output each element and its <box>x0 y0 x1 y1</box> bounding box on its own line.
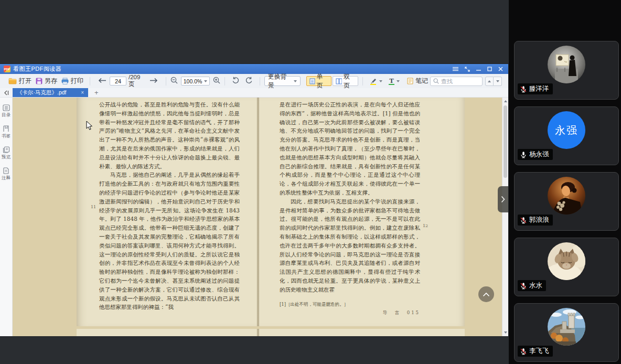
page-number-input[interactable] <box>110 77 126 85</box>
avatar <box>548 46 585 83</box>
zoom-in-button[interactable] <box>213 77 220 85</box>
mic-muted-icon <box>520 348 527 355</box>
participant-name-chip: 水水 <box>518 280 546 291</box>
next-page-left-edge <box>77 329 258 336</box>
collapse-sidebar-button[interactable] <box>0 88 13 97</box>
left-page-text: 公开战斗的危险，甚至是胜利的危险与责任。没有什么能像懦弱一样激起他的愤怒，因此他… <box>99 100 240 312</box>
rotate-ccw-icon <box>232 77 240 84</box>
window-title: 看图王PDF阅读器 <box>13 65 62 73</box>
avatar: 永强 <box>548 111 585 149</box>
search-icon <box>433 78 439 84</box>
participant-name-chip: 杨永强 <box>518 149 553 160</box>
arrow-left-icon <box>98 78 106 83</box>
double-page-view-button[interactable]: 双页 <box>333 76 358 86</box>
search-input[interactable] <box>441 78 478 84</box>
notes-button[interactable]: 笔记 <box>405 76 430 87</box>
mic-muted-icon <box>520 85 527 93</box>
arrow-right-icon <box>149 78 158 83</box>
chevron-down-icon <box>397 80 400 82</box>
participant-name-chip: 郭浪浪 <box>518 215 553 226</box>
fullscreen-icon[interactable] <box>465 67 470 72</box>
zoom-out-icon <box>170 77 178 84</box>
document-canvas[interactable]: 公开战斗的危险，甚至是胜利的危险与责任。没有什么能像懦弱一样激起他的愤怒，因此他… <box>13 98 502 336</box>
open-button[interactable]: 打开 <box>6 76 34 87</box>
participant-name: 郭浪浪 <box>529 216 549 224</box>
participant-name-chip: 李飞飞 <box>518 346 553 357</box>
underline-text-button[interactable]: T <box>387 77 402 86</box>
pdf-reader-window: PDF 看图王PDF阅读器 <box>0 64 508 336</box>
chevron-down-icon <box>204 80 207 82</box>
avatar <box>548 308 585 346</box>
find-next-button[interactable] <box>494 77 502 86</box>
back-to-top-button[interactable] <box>478 286 494 302</box>
participant-name: 滕洋洋 <box>529 84 549 93</box>
participant-tile[interactable]: 李飞飞 <box>514 303 619 362</box>
participant-name: 李飞飞 <box>529 347 549 356</box>
titlebar: PDF 看图王PDF阅读器 <box>0 64 508 74</box>
mouse-cursor <box>86 121 93 131</box>
maximize-icon[interactable] <box>487 67 492 71</box>
toc-icon <box>3 104 10 111</box>
participant-name: 水水 <box>529 281 542 290</box>
toolbar: 打开 另存 打印 /209页 100.0 <box>0 74 508 88</box>
document-tab[interactable]: 《卡尔·马克思》.pdf × <box>13 88 88 97</box>
sidebar-item-bookmarks[interactable]: 书签 <box>2 125 10 140</box>
chevron-up-icon <box>483 292 490 297</box>
portrait-photo-avatar <box>548 177 585 215</box>
left-margin-number: 11 <box>91 205 96 209</box>
participants-panel: 滕洋洋 永强 杨永强 <box>509 0 621 364</box>
right-margin-number: 12 <box>423 223 428 228</box>
sidebar-item-preview[interactable]: 预览 <box>2 146 10 160</box>
mic-on-icon <box>520 151 527 158</box>
sidebar-item-toc[interactable]: 目录 <box>2 104 10 119</box>
tab-close-icon[interactable]: × <box>81 90 84 95</box>
close-icon[interactable] <box>498 67 503 71</box>
vertical-scrollbar[interactable] <box>502 98 508 336</box>
minimize-icon[interactable] <box>476 67 481 71</box>
participant-name-chip: 滕洋洋 <box>518 83 553 94</box>
printer-icon <box>61 78 69 84</box>
double-page-icon <box>336 78 342 84</box>
scroll-down-arrow[interactable] <box>502 329 508 336</box>
rotate-left-button[interactable] <box>232 77 240 85</box>
page-footer: 导 言 015 <box>280 310 420 316</box>
highlighter-icon <box>369 78 377 85</box>
avatar <box>548 177 585 215</box>
folder-icon <box>8 78 17 84</box>
prev-page-button[interactable] <box>98 78 106 85</box>
sidebar-item-annotations[interactable]: 注释 <box>2 167 10 181</box>
print-button[interactable]: 打印 <box>59 76 85 87</box>
next-page-button[interactable] <box>149 78 158 85</box>
app-pdf-icon: PDF <box>4 66 10 72</box>
tab-bar: 《卡尔·马克思》.pdf × + <box>0 88 508 98</box>
change-background-button[interactable]: 更换背景 <box>264 76 301 86</box>
left-panel-rail: 目录 书签 预览 注释 <box>0 98 13 336</box>
next-page-right-edge <box>258 329 465 336</box>
rotate-right-button[interactable] <box>245 77 253 85</box>
collapse-left-icon <box>4 90 9 95</box>
avatar <box>548 242 585 280</box>
new-tab-button[interactable]: + <box>94 88 99 97</box>
find-previous-button[interactable] <box>485 77 494 86</box>
gallery-photo-avatar <box>548 46 585 83</box>
single-page-view-button[interactable]: 单页 <box>306 76 331 86</box>
note-icon <box>407 78 413 84</box>
zoom-out-button[interactable] <box>170 77 178 85</box>
menu-icon[interactable] <box>453 67 458 71</box>
scrollbar-thumb[interactable] <box>504 105 507 178</box>
save-as-button[interactable]: 另存 <box>34 76 59 87</box>
participant-tile[interactable]: 永强 杨永强 <box>514 106 619 165</box>
highlighter-button[interactable] <box>367 77 384 86</box>
next-page-flipper[interactable] <box>498 186 508 212</box>
scroll-up-arrow[interactable] <box>502 98 508 104</box>
participant-tile[interactable]: 郭浪浪 <box>514 172 619 231</box>
mic-muted-icon <box>520 217 527 224</box>
bookmark-icon <box>3 125 9 132</box>
annotation-icon <box>3 167 9 174</box>
zoom-level-select[interactable]: 100.0% <box>181 77 210 85</box>
participant-tile[interactable]: 滕洋洋 <box>514 41 619 100</box>
search-field[interactable] <box>430 77 483 86</box>
page-total-label: /209页 <box>129 74 145 88</box>
participant-tile[interactable]: 水水 <box>514 238 619 296</box>
floppy-icon <box>36 78 42 84</box>
